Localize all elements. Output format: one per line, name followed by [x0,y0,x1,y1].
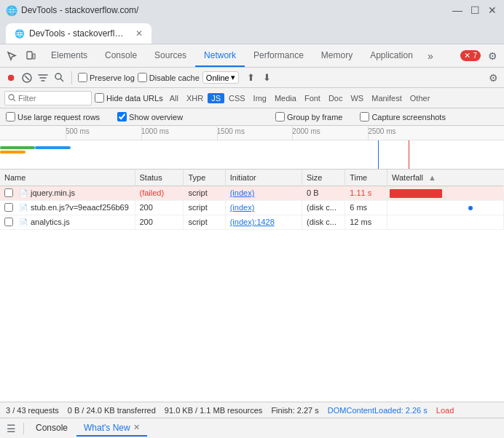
group-by-frame-checkbox[interactable] [275,112,285,122]
toolbar-separator-1 [71,71,72,84]
network-table[interactable]: Name Status Type Initiator Size Time Wat… [0,170,504,402]
network-settings-button[interactable]: ⚙ [487,71,500,84]
show-overview-checkbox[interactable] [117,112,127,122]
capture-screenshots-option[interactable]: Capture screenshots [360,112,446,122]
initiator-link-1[interactable]: (index) [230,188,255,197]
initiator-link-3[interactable]: (index):1428 [230,218,275,226]
large-rows-checkbox[interactable] [6,112,15,122]
dom-content-loaded-status: DOMContentLoaded: 2.26 s [328,406,428,415]
svg-rect-0 [27,52,32,59]
filter-type-font[interactable]: Font [301,93,324,103]
throttling-select[interactable]: Online ▾ [202,71,239,84]
error-badge: ✕ 7 [460,50,481,61]
svg-rect-1 [33,54,35,59]
initiator-cell-1: (index) [225,186,302,200]
col-time-header[interactable]: Time [345,170,387,186]
group-by-frame-option[interactable]: Group by frame [275,112,342,122]
timeline-bar-2 [35,146,70,149]
ruler-mark-1500: 1500 ms [217,127,245,135]
bottom-tab-whats-new-close[interactable]: ✕ [133,423,140,432]
waterfall-bar-1 [390,189,442,198]
bottom-bar: ☰ Console What's New ✕ [0,418,504,438]
filter-type-css[interactable]: CSS [225,93,249,103]
devtools-tabs: Elements Console Sources Network Perform… [42,44,422,67]
filter-type-other[interactable]: Other [406,93,434,103]
large-rows-option[interactable]: Use large request rows [6,112,100,122]
search-button[interactable] [52,71,66,84]
close-button[interactable]: ✕ [487,4,498,16]
error-count: 7 [473,52,477,60]
disable-cache-checkbox[interactable] [138,73,147,82]
row-checkbox-2[interactable] [4,203,13,212]
filter-bar: Hide data URLs All XHR JS CSS Img Media … [0,88,504,108]
ruler-mark-500: 500 ms [66,127,90,135]
clear-button[interactable] [20,71,34,84]
capture-screenshots-checkbox[interactable] [360,112,369,122]
filter-type-img[interactable]: Img [250,93,270,103]
tab-console[interactable]: Console [96,44,146,67]
devtools-nav-right: ✕ 7 ⚙ [460,47,501,65]
group-by-frame-label: Group by frame [287,113,342,122]
col-type-header[interactable]: Type [184,170,225,186]
tab-elements[interactable]: Elements [42,44,96,67]
record-button[interactable]: ⏺ [4,71,17,84]
table-row[interactable]: 📄 analytics.js 200 script (index):1428 (… [0,215,504,229]
tab-application[interactable]: Application [361,44,422,67]
table-row[interactable]: 📄 jquery.min.js (failed) script (index) … [0,186,504,200]
bottom-menu-button[interactable]: ☰ [3,421,19,437]
filter-type-media[interactable]: Media [271,93,300,103]
timeline-bar-3 [0,151,25,154]
row-checkbox-3[interactable] [4,218,13,226]
chrome-tab-close-button[interactable]: ✕ [135,28,143,39]
title-favicon: 🌐 [6,5,17,16]
filter-type-manifest[interactable]: Manifest [368,93,406,103]
filter-input[interactable] [18,94,84,103]
hide-data-urls-checkbox-label[interactable]: Hide data URLs [95,93,163,103]
row-checkbox-1[interactable] [4,188,13,197]
svg-line-5 [60,79,63,81]
preserve-log-checkbox[interactable] [78,73,87,82]
table-row[interactable]: 📄 stub.en.js?v=9eaacf256b69 200 script (… [0,200,504,215]
bottom-tab-whats-new[interactable]: What's New ✕ [76,421,147,437]
filter-type-all[interactable]: All [166,93,182,103]
tab-performance[interactable]: Performance [245,44,312,67]
filter-toggle-button[interactable] [36,71,50,84]
disable-cache-label: Disable cache [149,73,200,82]
col-status-header[interactable]: Status [135,170,184,186]
col-name-header[interactable]: Name [0,170,135,186]
maximize-button[interactable]: ☐ [469,4,481,16]
col-waterfall-header[interactable]: Waterfall ▲ [387,170,504,186]
initiator-link-2[interactable]: (index) [230,203,255,212]
filter-type-js[interactable]: JS [208,93,224,103]
show-overview-option[interactable]: Show overview [117,112,183,122]
preserve-log-checkbox-label[interactable]: Preserve log [78,73,135,82]
devtools-settings-button[interactable]: ⚙ [484,47,501,65]
col-initiator-header[interactable]: Initiator [225,170,302,186]
minimize-button[interactable]: — [452,4,463,16]
chrome-tab-bar: 🌐 DevTools - stackoverflow.com/ ✕ [0,20,504,44]
inspect-element-button[interactable] [3,47,20,65]
tab-memory[interactable]: Memory [312,44,361,67]
hide-data-urls-checkbox[interactable] [95,93,104,103]
devtools-panel: Elements Console Sources Network Perform… [0,44,504,438]
import-button[interactable]: ⬆ [245,71,258,84]
svg-point-6 [9,95,14,100]
window-controls: — ☐ ✕ [452,4,498,16]
more-tabs-button[interactable]: » [422,50,439,62]
device-toolbar-button[interactable] [22,47,39,65]
dom-value: 2.26 s [406,406,428,415]
tab-sources[interactable]: Sources [146,44,195,67]
export-button[interactable]: ⬇ [261,71,274,84]
filter-type-doc[interactable]: Doc [325,93,347,103]
disable-cache-checkbox-label[interactable]: Disable cache [138,73,200,82]
bottom-tab-console[interactable]: Console [28,421,75,437]
filter-type-xhr[interactable]: XHR [183,93,207,103]
timeline-overview[interactable]: 500 ms 1000 ms 1500 ms 2000 ms 2500 ms [0,126,504,170]
status-cell-2: 200 [135,200,184,215]
tab-network[interactable]: Network [195,44,245,67]
grid-line-500 [66,126,66,140]
col-size-header[interactable]: Size [302,170,345,186]
status-cell-3: 200 [135,215,184,229]
filter-type-ws[interactable]: WS [347,93,367,103]
active-chrome-tab[interactable]: 🌐 DevTools - stackoverflow.com/ ✕ [6,23,151,44]
